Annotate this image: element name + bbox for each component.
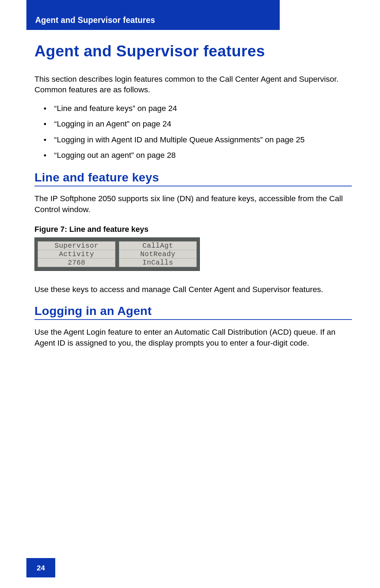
section2-paragraph: Use the Agent Login feature to enter an … (34, 327, 352, 348)
page-title: Agent and Supervisor features (34, 42, 352, 60)
key-supervisor: Supervisor (38, 242, 115, 250)
figure-caption: Figure 7: Line and feature keys (34, 225, 352, 234)
toc-item: “Logging in with Agent ID and Multiple Q… (34, 135, 352, 145)
section1-after-paragraph: Use these keys to access and manage Call… (34, 284, 352, 295)
key-activity: Activity (38, 250, 115, 259)
intro-paragraph: This section describes login features co… (34, 74, 352, 95)
running-header: Agent and Supervisor features (26, 0, 280, 30)
key-callagt: CallAgt (119, 242, 196, 250)
toc-item: “Logging out an agent” on page 28 (34, 150, 352, 161)
key-notready: NotReady (119, 250, 196, 259)
running-header-text: Agent and Supervisor features (35, 16, 155, 25)
page-number: 24 (26, 558, 55, 577)
keypad-column-right: CallAgt NotReady InCalls (119, 241, 197, 267)
toc-item: “Logging in an Agent” on page 24 (34, 119, 352, 129)
section1-paragraph: The IP Softphone 2050 supports six line … (34, 193, 352, 215)
section-heading-logging-in-agent: Logging in an Agent (34, 304, 352, 320)
page-content: Agent and Supervisor features This secti… (34, 30, 352, 356)
keypad-column-left: Supervisor Activity 2768 (38, 241, 115, 267)
section-heading-line-feature-keys: Line and feature keys (34, 171, 352, 186)
toc-item: “Line and feature keys” on page 24 (34, 103, 352, 114)
key-incalls: InCalls (119, 259, 196, 267)
page-number-value: 24 (37, 564, 45, 572)
key-2768: 2768 (38, 259, 115, 267)
document-page: Agent and Supervisor features Agent and … (0, 0, 380, 588)
line-feature-keypad: Supervisor Activity 2768 CallAgt NotRead… (34, 237, 200, 271)
toc-list: “Line and feature keys” on page 24 “Logg… (34, 103, 352, 161)
